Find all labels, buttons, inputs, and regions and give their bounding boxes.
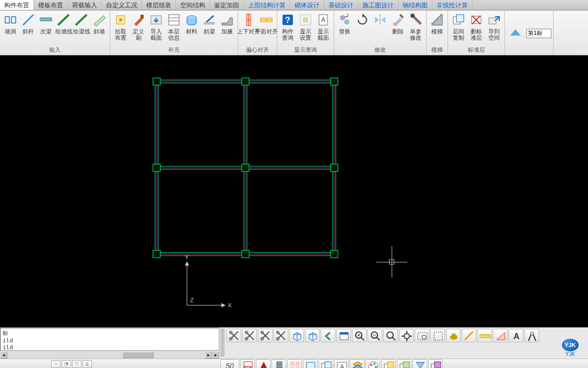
- tool-mirror[interactable]: [371, 12, 389, 29]
- btm2-tool-filter[interactable]: [413, 359, 427, 368]
- tool-haunch[interactable]: 加腋: [218, 12, 236, 36]
- status-btn-3[interactable]: □: [72, 360, 81, 367]
- tool-rotate[interactable]: [354, 12, 371, 29]
- tool-stair[interactable]: 楼梯: [428, 12, 446, 36]
- tab-5[interactable]: 空间结构: [176, 0, 210, 10]
- btm-tool-text-a[interactable]: A: [509, 329, 523, 342]
- tool-disp-set[interactable]: 显示设置: [297, 12, 314, 42]
- tool-label: 次梁: [40, 28, 52, 34]
- up-arrow-button[interactable]: [507, 25, 524, 42]
- svg-rect-63: [153, 78, 160, 85]
- tool-copy[interactable]: 层间复制: [450, 12, 467, 42]
- svg-rect-71: [331, 250, 338, 258]
- btm-tool-pan[interactable]: [399, 329, 414, 342]
- tool-export[interactable]: 导到空间: [485, 12, 503, 42]
- param-icon: [408, 13, 423, 27]
- tool-align-h[interactable]: 平面对齐: [257, 12, 275, 36]
- tool-layer[interactable]: 本层信息: [165, 12, 183, 42]
- btm-tool-zoom-out[interactable]: [368, 329, 382, 342]
- tool-diag[interactable]: 斜杆: [19, 12, 37, 36]
- tab-2[interactable]: 荷载输入: [68, 0, 102, 10]
- btm-tool-scissors-3[interactable]: [258, 329, 273, 342]
- tool-del-layer[interactable]: 删标准层: [467, 12, 485, 42]
- btm-tool-window[interactable]: [336, 329, 351, 342]
- svg-point-31: [410, 14, 415, 18]
- btm-tool-measure[interactable]: [462, 329, 476, 342]
- btm2-tool-layers[interactable]: [350, 359, 364, 368]
- tool-diag-beam[interactable]: 斜梁: [201, 12, 218, 36]
- btm2-tool-copy-3[interactable]: [428, 359, 443, 368]
- btm-tool-scissors-4[interactable]: [274, 329, 288, 342]
- status-btn-1[interactable]: ⌂: [51, 360, 61, 367]
- tab-0[interactable]: 构件布置: [0, 0, 34, 10]
- tab-1[interactable]: 楼板布置: [34, 0, 68, 10]
- btm-tool-select-box[interactable]: [430, 329, 445, 342]
- tool-import[interactable]: 导入截面: [147, 12, 165, 42]
- group-label: 楼梯: [428, 46, 446, 55]
- tool-beam-line[interactable]: 绘梁线: [73, 12, 90, 36]
- scroll-left-arrow[interactable]: ◂: [0, 351, 7, 359]
- tool-disp-sec[interactable]: A显示截面: [314, 12, 332, 42]
- tool-diag-wall[interactable]: 斜墙: [90, 12, 108, 36]
- btm2-tool-pdf[interactable]: PDF: [240, 359, 255, 368]
- btm2-tool-acad[interactable]: [256, 359, 271, 368]
- svg-line-91: [377, 337, 380, 340]
- tool-replace[interactable]: 替换: [336, 12, 354, 36]
- tab-6[interactable]: 鉴定加固: [210, 0, 244, 10]
- btm-tool-compass[interactable]: [524, 329, 539, 342]
- btm2-tool-copy-2[interactable]: [397, 359, 411, 368]
- btm2-tool-grid-copy[interactable]: [287, 359, 302, 368]
- status-btn-2[interactable]: ◔: [62, 360, 71, 367]
- toolbar-grip[interactable]: [220, 329, 225, 357]
- tab-12[interactable]: 非线性计算: [432, 0, 473, 10]
- ribbon-group-1: 拾取布置定义刷导入截面本层信息材料斜梁加腋补充: [110, 10, 238, 55]
- btm2-tool-palette[interactable]: [366, 359, 380, 368]
- tool-label: 删除: [392, 28, 404, 34]
- tab-10[interactable]: 施工图设计: [358, 0, 398, 10]
- tab-9[interactable]: 基础设计: [324, 0, 358, 10]
- tab-11[interactable]: 钢结构图: [398, 0, 432, 10]
- tool-delete[interactable]: 删除: [389, 12, 407, 36]
- btm-tool-teapot[interactable]: [446, 329, 461, 342]
- svg-rect-0: [5, 17, 9, 23]
- btm-tool-zoom-fit[interactable]: [383, 329, 398, 342]
- tool-beam2[interactable]: 次梁: [37, 12, 55, 36]
- tool-pick[interactable]: 拾取布置: [112, 12, 130, 42]
- btm-tool-cube-1[interactable]: [289, 329, 304, 342]
- btm2-tool-sel-2[interactable]: [319, 359, 333, 368]
- btm-tool-zoom-win[interactable]: [415, 329, 429, 342]
- tool-wall-line[interactable]: 绘墙线: [55, 12, 73, 36]
- btm-tool-back[interactable]: [321, 329, 335, 342]
- btm2-tool-sel-1[interactable]: [303, 359, 317, 368]
- btm-tool-zoom-in[interactable]: [352, 329, 367, 342]
- tool-label-2: 刷: [136, 34, 142, 41]
- drawing-canvas[interactable]: Y X Z: [0, 55, 588, 327]
- btm-tool-scissors-2[interactable]: [242, 329, 257, 342]
- h-scrollbar[interactable]: ◂ ▸ ▸: [0, 351, 219, 359]
- btm-tool-scissors-1[interactable]: [227, 329, 241, 342]
- zoom-value[interactable]: 50: [220, 359, 239, 368]
- tool-query[interactable]: ?构件查询: [279, 12, 297, 42]
- std-layer-dropdown[interactable]: [526, 29, 551, 38]
- svg-point-30: [393, 22, 396, 26]
- tool-material[interactable]: 材料: [183, 12, 201, 36]
- btm-tool-cube-2[interactable]: [305, 329, 320, 342]
- tool-wall-gap[interactable]: 墙洞: [2, 12, 19, 36]
- copy-icon: [451, 13, 466, 27]
- btm2-tool-building[interactable]: [272, 359, 286, 368]
- svg-rect-70: [331, 164, 338, 171]
- btm-tool-triangle[interactable]: [493, 329, 508, 342]
- status-btn-4[interactable]: ∠: [83, 360, 92, 367]
- btm2-tool-copy-1[interactable]: [381, 359, 396, 368]
- tab-4[interactable]: 楼层组装: [142, 0, 176, 10]
- btm2-tool-text-box[interactable]: A: [334, 359, 349, 368]
- btm-tool-ruler[interactable]: [477, 329, 492, 342]
- tab-8[interactable]: 砌体设计: [290, 0, 324, 10]
- scroll-right-arrow-2[interactable]: ▸: [212, 351, 219, 359]
- tab-7[interactable]: 上部结构计算: [244, 0, 290, 10]
- scroll-thumb[interactable]: [122, 352, 154, 358]
- tab-3[interactable]: 自定义工况: [102, 0, 142, 10]
- scroll-right-arrow[interactable]: ▸: [205, 351, 212, 359]
- tool-brush[interactable]: 定义刷: [130, 12, 147, 42]
- tool-param[interactable]: 单参修改: [407, 12, 425, 42]
